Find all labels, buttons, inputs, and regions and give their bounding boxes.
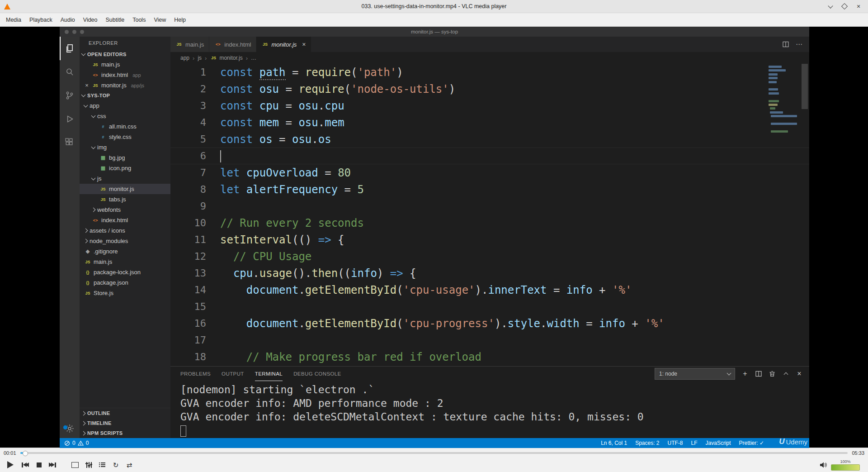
previous-button[interactable] bbox=[20, 459, 31, 471]
tree-item-tabs-js[interactable]: JStabs.js bbox=[80, 194, 170, 205]
tree-item-main-js[interactable]: JSmain.js bbox=[80, 257, 170, 267]
code-line[interactable]: 17 bbox=[170, 332, 809, 348]
code-line[interactable]: 15 bbox=[170, 298, 809, 315]
activity-search-button[interactable] bbox=[60, 60, 80, 84]
tree-item-all-min-css[interactable]: #all.min.css bbox=[80, 121, 170, 132]
panel-tab-terminal[interactable]: TERMINAL bbox=[255, 367, 283, 381]
menu-audio[interactable]: Audio bbox=[57, 14, 79, 25]
code-line[interactable]: 1const path = require('path') bbox=[170, 64, 809, 81]
terminal-shell-select[interactable]: 1: node bbox=[655, 368, 735, 380]
tree-item-store-js[interactable]: JSStore.js bbox=[80, 288, 170, 298]
tree-item-package-json[interactable]: {}package.json bbox=[80, 277, 170, 288]
section-timeline[interactable]: TIMELINE bbox=[80, 418, 170, 428]
next-button[interactable] bbox=[47, 459, 58, 471]
close-icon[interactable]: × bbox=[84, 82, 90, 88]
playlist-button[interactable] bbox=[97, 459, 108, 471]
split-terminal-icon[interactable] bbox=[755, 370, 762, 377]
tree-item-icon-png[interactable]: ▦icon.png bbox=[80, 163, 170, 173]
activity-run-debug-button[interactable] bbox=[60, 107, 80, 131]
minimap[interactable] bbox=[769, 66, 799, 134]
code-line[interactable]: 11setInterval(() => { bbox=[170, 231, 809, 248]
status-lf[interactable]: LF bbox=[691, 440, 698, 446]
code-line[interactable]: 16 document.getElementById('cpu-progress… bbox=[170, 315, 809, 332]
tab-monitor-js[interactable]: JSmonitor.js× bbox=[256, 37, 311, 52]
maximize-button[interactable] bbox=[841, 3, 848, 10]
panel-tab-debug-console[interactable]: DEBUG CONSOLE bbox=[293, 367, 341, 381]
code-line[interactable]: 9 bbox=[170, 198, 809, 215]
menu-view[interactable]: View bbox=[150, 14, 170, 25]
tree-item-index-html[interactable]: <>index.html bbox=[80, 215, 170, 225]
tree-item-package-lock-json[interactable]: {}package-lock.json bbox=[80, 267, 170, 277]
code-line[interactable]: 5const os = osu.os bbox=[170, 131, 809, 148]
status-utf-8[interactable]: UTF-8 bbox=[668, 440, 683, 446]
volume-slider[interactable] bbox=[831, 464, 860, 471]
project-section[interactable]: SYS-TOP bbox=[80, 91, 170, 100]
kill-terminal-icon[interactable] bbox=[769, 370, 776, 377]
section-outline[interactable]: OUTLINE bbox=[80, 408, 170, 418]
problems-status[interactable]: 0 0 bbox=[64, 440, 89, 446]
tree-item-assets-icons[interactable]: assets / icons bbox=[80, 225, 170, 236]
status-prettier[interactable]: Prettier: ✓ bbox=[739, 440, 764, 446]
menu-tools[interactable]: Tools bbox=[128, 14, 150, 25]
code-line[interactable]: 4const mem = osu.mem bbox=[170, 114, 809, 131]
random-button[interactable]: ⇄ bbox=[124, 459, 135, 471]
code-editor[interactable]: 1const path = require('path')2const osu … bbox=[170, 64, 809, 366]
code-line[interactable]: 13 cpu.usage().then((info) => { bbox=[170, 265, 809, 281]
breadcrumb-js[interactable]: js bbox=[198, 55, 202, 61]
code-line[interactable]: 3const cpu = osu.cpu bbox=[170, 97, 809, 114]
activity-explorer-button[interactable] bbox=[60, 37, 80, 60]
breadcrumb-app[interactable]: app bbox=[180, 55, 189, 61]
breadcrumb-monitor-js[interactable]: JSmonitor.js bbox=[210, 55, 242, 61]
tree-item-monitor-js[interactable]: JSmonitor.js bbox=[80, 184, 170, 194]
tab-main-js[interactable]: JSmain.js bbox=[170, 37, 209, 52]
code-line[interactable]: 18 // Make progress bar red if overload bbox=[170, 348, 809, 365]
code-line[interactable]: 14 document.getElementById('cpu-usage').… bbox=[170, 281, 809, 298]
menu-media[interactable]: Media bbox=[2, 14, 25, 25]
tree-item-gitignore[interactable]: ◆.gitignore bbox=[80, 246, 170, 257]
tree-item-webfonts[interactable]: webfonts bbox=[80, 205, 170, 215]
new-terminal-button[interactable]: + bbox=[741, 370, 749, 377]
tree-item-node-modules[interactable]: node_modules bbox=[80, 236, 170, 246]
open-editor-main-js[interactable]: JSmain.js bbox=[80, 59, 170, 70]
code-line[interactable]: 2const osu = require('node-os-utils') bbox=[170, 81, 809, 97]
video-area[interactable]: monitor.js — sys-top bbox=[0, 27, 868, 448]
activity-source-control-button[interactable] bbox=[60, 84, 80, 107]
editor-scrollbar[interactable] bbox=[802, 64, 808, 109]
fullscreen-button[interactable] bbox=[70, 459, 80, 471]
minimize-button[interactable] bbox=[827, 3, 834, 10]
tree-item-bg-jpg[interactable]: ▦bg.jpg bbox=[80, 153, 170, 163]
code-line[interactable]: 8let alertFrequency = 5 bbox=[170, 181, 809, 198]
extended-settings-button[interactable] bbox=[83, 459, 94, 471]
close-button[interactable]: × bbox=[855, 3, 862, 10]
loop-button[interactable]: ↻ bbox=[110, 459, 121, 471]
tree-item-app[interactable]: app bbox=[80, 100, 170, 111]
open-editors-section[interactable]: OPEN EDITORS bbox=[80, 49, 170, 59]
code-line[interactable]: 10// Run every 2 seconds bbox=[170, 215, 809, 231]
seek-slider[interactable] bbox=[20, 452, 848, 454]
tab-index-html[interactable]: <>index.html bbox=[209, 37, 256, 52]
status-javascript[interactable]: JavaScript bbox=[706, 440, 731, 446]
tree-item-js[interactable]: js bbox=[80, 173, 170, 184]
activity-extensions-button[interactable] bbox=[60, 131, 80, 154]
open-editor-monitor-js[interactable]: ×JSmonitor.jsapp/js bbox=[80, 80, 170, 91]
breadcrumb-[interactable]: … bbox=[251, 55, 256, 61]
panel-tab-problems[interactable]: PROBLEMS bbox=[180, 367, 211, 381]
seek-handle[interactable] bbox=[23, 451, 28, 456]
more-actions-icon[interactable]: ⋯ bbox=[796, 40, 803, 48]
menu-playback[interactable]: Playback bbox=[25, 14, 57, 25]
menu-help[interactable]: Help bbox=[170, 14, 190, 25]
panel-tab-output[interactable]: OUTPUT bbox=[222, 367, 244, 381]
status-spaces[interactable]: Spaces: 2 bbox=[635, 440, 659, 446]
split-editor-icon[interactable] bbox=[782, 41, 789, 48]
tree-item-style-css[interactable]: #style.css bbox=[80, 132, 170, 142]
close-icon[interactable]: × bbox=[302, 41, 306, 48]
code-line[interactable]: 7let cpuOverload = 80 bbox=[170, 164, 809, 181]
code-line[interactable]: 6 bbox=[170, 148, 809, 164]
menu-video[interactable]: Video bbox=[79, 14, 102, 25]
play-button[interactable] bbox=[4, 459, 17, 471]
manage-button[interactable] bbox=[60, 424, 80, 434]
stop-button[interactable] bbox=[33, 459, 44, 471]
code-line[interactable]: 12 // CPU Usage bbox=[170, 248, 809, 265]
tree-item-css[interactable]: css bbox=[80, 111, 170, 121]
tree-item-img[interactable]: img bbox=[80, 142, 170, 153]
